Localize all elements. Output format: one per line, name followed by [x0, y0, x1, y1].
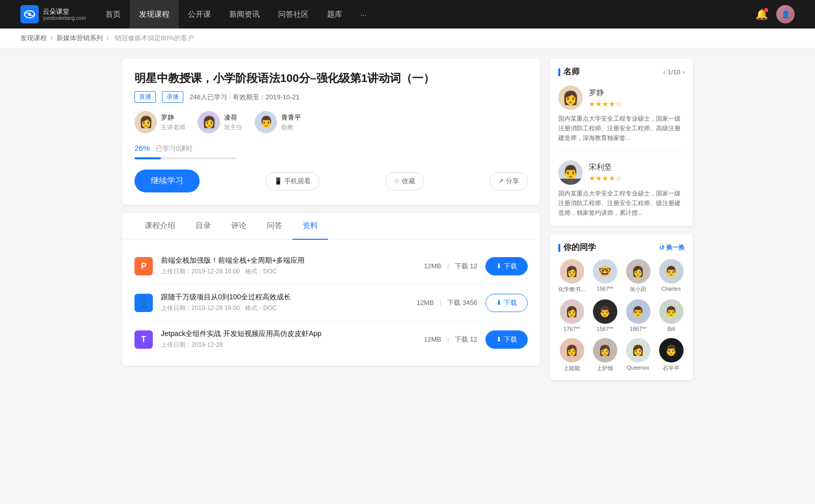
download-button-2[interactable]: ⬇ 下载	[485, 330, 528, 349]
famous-teacher-info-1: 宋利坚 ★★★★☆	[589, 162, 622, 182]
tab-intro[interactable]: 课程介绍	[134, 213, 185, 240]
tab-qa[interactable]: 问答	[257, 213, 292, 240]
nav-item-open[interactable]: 公开课	[179, 0, 220, 29]
classmate-avatar-1: 🤓	[593, 259, 617, 284]
classmate-name-5: 1567**	[596, 326, 613, 332]
star-icon: ☆	[394, 177, 400, 185]
classmate-8: 👩 上能能	[558, 338, 585, 372]
tab-catalog[interactable]: 目录	[185, 213, 221, 240]
nav-item-more[interactable]: ···	[351, 0, 376, 29]
classmate-avatar-6: 👨	[626, 299, 650, 324]
teacher-avatar-2: 👨	[255, 111, 277, 133]
user-avatar[interactable]: 👤	[776, 5, 795, 23]
famous-teacher-desc-0: 国内某重点大学安全工程专业硕士，国家一级注册消防工程师、注册安全工程师、高级注册…	[558, 114, 685, 144]
classmate-name-9: 上炉烛	[596, 365, 613, 372]
file-info-2: Jetpack全组件实战 开发短视频应用高仿皮皮虾App 上传日期：2019-1…	[161, 329, 416, 349]
classmate-name-1: 1567**	[596, 286, 613, 292]
classmates-grid: 👩 化学教书... 🤓 1567** 👩 张小田	[558, 259, 685, 372]
classmate-avatar-11: 👨	[659, 338, 684, 362]
file-item-1: 👤 跟随千万级项目从0到100全过程高效成长 上传日期：2019-12-28 1…	[134, 285, 528, 321]
classmate-avatar-9: 👩	[593, 338, 617, 362]
mobile-icon: 📱	[274, 177, 282, 185]
tab-resources[interactable]: 资料	[292, 213, 328, 240]
file-icon-2: T	[134, 330, 153, 349]
prev-page-icon[interactable]: ‹	[663, 68, 665, 76]
nav-item-qa[interactable]: 问答社区	[269, 0, 318, 29]
nav-item-news[interactable]: 新闻资讯	[220, 0, 269, 29]
famous-teacher-stars-0: ★★★★☆	[589, 100, 622, 108]
classmate-name-2: 张小田	[630, 286, 646, 293]
classmate-name-10: Queenxx	[627, 365, 649, 371]
classmate-avatar-10: 👩	[626, 338, 650, 362]
file-info-1: 跟随千万级项目从0到100全过程高效成长 上传日期：2019-12-28 16:…	[161, 293, 409, 313]
bell-icon[interactable]: 🔔	[755, 8, 768, 20]
share-button[interactable]: ↗ 分享	[490, 172, 528, 190]
file-item-0: P 前端全栈加强版！前端全栈+全周期+多端应用 上传日期：2019-12-28 …	[134, 248, 528, 285]
continue-learning-button[interactable]: 继续学习	[134, 170, 200, 192]
right-panel: 名师 ‹ 1/10 › 👩 罗静 ★★★★☆ 国内某重点大学	[550, 59, 693, 388]
nav-item-discover[interactable]: 发现课程	[130, 0, 179, 29]
download-icon-2: ⬇	[496, 335, 502, 343]
classmate-avatar-2: 👩	[626, 259, 650, 284]
classmate-name-3: Charles	[662, 286, 681, 292]
famous-teacher-avatar-1: 👨	[558, 160, 583, 185]
teachers-list: 👩 罗静 主讲老师 👩 凌荷 班主任	[134, 111, 528, 133]
classmate-7: 👨 Bill	[658, 299, 685, 332]
logo-icon	[20, 5, 39, 23]
breadcrumb-link-series[interactable]: 新媒体营销系列	[57, 34, 103, 42]
classmate-4: 👩 1767**	[558, 299, 585, 332]
collect-button[interactable]: ☆ 收藏	[385, 172, 424, 190]
breadcrumb-link-discover[interactable]: 发现课程	[20, 34, 47, 42]
breadcrumb-sep-2: /	[106, 34, 110, 42]
nav-items: 首页 发现课程 公开课 新闻资讯 问答社区 题库 ···	[96, 0, 755, 29]
teacher-avatar-1: 👩	[198, 111, 220, 133]
classmate-avatar-7: 👨	[659, 299, 684, 324]
logo[interactable]: 云朵课堂 yundouketang.com	[20, 5, 86, 23]
next-page-icon[interactable]: ›	[683, 68, 685, 76]
classmate-9: 👩 上炉烛	[591, 338, 618, 372]
avatar-placeholder: 👤	[776, 5, 795, 23]
file-meta-2: 上传日期：2019-12-28	[161, 341, 416, 349]
classmate-name-6: 1867**	[630, 326, 646, 332]
nav-item-home[interactable]: 首页	[96, 0, 130, 29]
nav-item-quiz[interactable]: 题库	[318, 0, 351, 29]
breadcrumb: 发现课程 / 新媒体营销系列 / 销冠修炼术搞定80%的客户	[0, 29, 815, 48]
famous-teacher-name-0: 罗静	[589, 88, 622, 98]
teacher-0: 👩 罗静 主讲老师	[134, 111, 185, 133]
classmate-avatar-5: 👨	[593, 299, 617, 324]
course-title: 明星中教授课，小学阶段语法100分–强化级第1讲动词（一）	[134, 71, 528, 86]
refresh-classmates-button[interactable]: ↺ 换一换	[659, 243, 685, 252]
course-stats: 246人已学习 · 有效期至：2019-10-21	[189, 93, 300, 102]
classmate-avatar-8: 👩	[560, 338, 584, 362]
teacher-2: 👨 青青平 助教	[255, 111, 301, 133]
classmate-name-8: 上能能	[563, 365, 580, 372]
notification-dot	[764, 8, 768, 12]
famous-teacher-1: 👨 宋利坚 ★★★★☆ 国内某重点大学安全工程专业硕士，国家一级注册消防工程师、…	[558, 160, 685, 218]
teacher-role-2: 助教	[281, 123, 301, 132]
course-meta: 直播 录播 246人已学习 · 有效期至：2019-10-21	[134, 91, 528, 103]
collect-label: 收藏	[402, 177, 415, 186]
download-button-1[interactable]: ⬇ 下载	[485, 294, 528, 312]
teacher-role-1: 班主任	[224, 123, 242, 132]
classmate-2: 👩 张小田	[624, 259, 651, 293]
navbar: 云朵课堂 yundouketang.com 首页 发现课程 公开课 新闻资讯 问…	[0, 0, 815, 29]
tabs-header: 课程介绍 目录 评论 问答 资料	[122, 213, 540, 240]
badge-live: 直播	[134, 91, 156, 103]
classmate-5: 👨 1567**	[591, 299, 618, 332]
teacher-1: 👩 凌荷 班主任	[198, 111, 242, 133]
course-actions: 继续学习 📱 手机观看 ☆ 收藏 ↗ 分享	[134, 170, 528, 192]
breadcrumb-sep-1: /	[51, 34, 55, 42]
download-button-0[interactable]: ⬇ 下载	[485, 257, 528, 275]
classmate-11: 👨 石平平	[658, 338, 685, 372]
famous-teacher-0: 👩 罗静 ★★★★☆ 国内某重点大学安全工程专业硕士，国家一级注册消防工程师、注…	[558, 86, 685, 152]
badge-rec: 录播	[162, 91, 183, 103]
classmate-name-4: 1767**	[563, 326, 580, 332]
download-icon-0: ⬇	[496, 262, 502, 270]
file-name-0: 前端全栈加强版！前端全栈+全周期+多端应用	[161, 256, 416, 265]
file-stats-0: 12MB | 下载 12	[424, 262, 477, 271]
classmate-name-7: Bill	[667, 326, 675, 332]
file-name-1: 跟随千万级项目从0到100全过程高效成长	[161, 293, 409, 302]
tab-review[interactable]: 评论	[221, 213, 257, 240]
mobile-watch-button[interactable]: 📱 手机观看	[265, 172, 319, 190]
teacher-name-0: 罗静	[161, 113, 185, 122]
